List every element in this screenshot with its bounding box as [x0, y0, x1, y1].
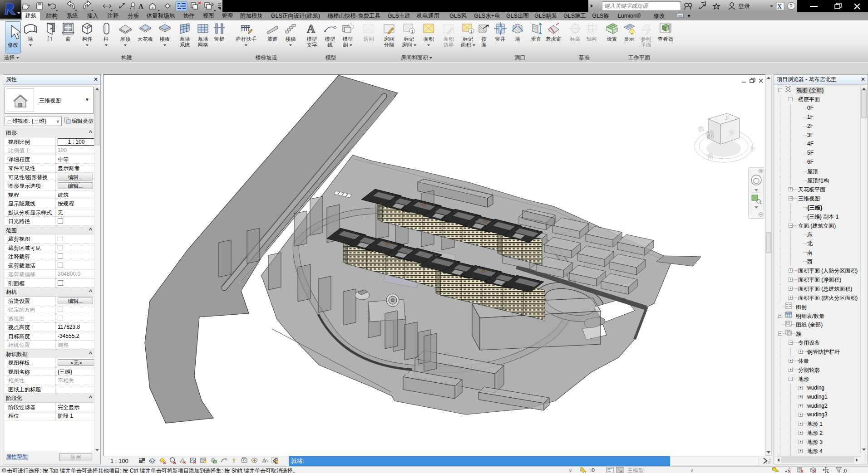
svg-text:.1: .1 [572, 22, 575, 26]
svg-text:1: 1 [411, 29, 414, 34]
svg-text:西: 西 [697, 125, 705, 133]
svg-text:?: ? [789, 3, 793, 10]
svg-text:X: X [777, 3, 782, 10]
svg-text:前: 前 [705, 129, 715, 141]
svg-text::0: :0 [843, 468, 847, 473]
svg-text:主模型: 主模型 [627, 467, 644, 473]
svg-text:A: A [307, 23, 315, 35]
svg-text:登录: 登录 [738, 3, 750, 10]
svg-text::0: :0 [590, 467, 595, 473]
svg-text:A: A [138, 3, 143, 10]
svg-text:东: 东 [749, 144, 757, 152]
svg-text:∨: ∨ [690, 468, 694, 473]
svg-text:1: 1 [470, 29, 473, 34]
